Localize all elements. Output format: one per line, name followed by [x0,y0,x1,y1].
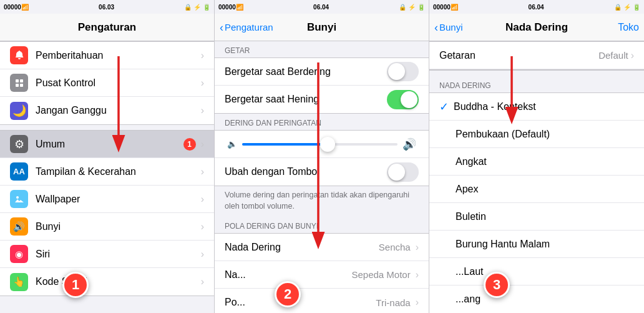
volume-thumb[interactable] [320,137,335,152]
chevron-right-icon: › [201,194,204,205]
pusat-kontrol-label: Pusat Kontrol [36,77,201,89]
chevron-right-icon: › [416,269,419,281]
chevron-right-icon: › [201,105,204,116]
tampilan-label: Tampilan & Kecerahan [36,166,201,177]
volume-track[interactable] [242,143,398,146]
settings-item-pusat-kontrol[interactable]: Pusat Kontrol › [0,69,214,97]
pola-dering-group: Nada Dering Sencha › Na... Sepeda Motor … [215,233,429,313]
nav-back-label-mid: Pengaturan [225,22,273,32]
step-1-label: 1 [72,277,79,293]
siri-label: Siri [36,249,201,260]
nada-teks-value: Sepeda Motor [351,269,410,280]
ringtone-pembukaan[interactable]: Pembukaan (Default) [429,121,644,148]
bergetar-hening-item[interactable]: Bergetar saat Hening [215,86,429,113]
volume-slider-container[interactable]: 🔈 🔊 [225,137,419,151]
kode-sandi-icon: 👆 [10,273,28,291]
ubah-tombol-toggle[interactable] [387,162,419,182]
volume-high-icon: 🔊 [402,137,416,151]
getaran-group: Getaran Default › [429,41,644,70]
pemberitahuan-icon [10,46,28,64]
ringtone-laut-label: ...Laut [456,266,634,277]
nada-teks-item[interactable]: Na... Sepeda Motor › [215,261,429,289]
settings-item-wallpaper[interactable]: Wallpaper › [0,186,214,213]
pemberitahuan-right: › [201,50,204,61]
svg-point-4 [16,196,19,199]
status-icons-right: 🔒 ⚡ 🔋 [614,4,640,11]
wallpaper-label: Wallpaper [36,194,201,205]
bunyi-panel: 00000 📶 06.04 🔒 ⚡ 🔋 ‹ Pengaturan Bunyi G… [215,0,429,313]
settings-item-tampilan[interactable]: AA Tampilan & Kecerahan › [0,158,214,186]
settings-item-umum[interactable]: ⚙ Umum 1 › [0,131,214,158]
nav-bar-left: Pengaturan [0,14,214,41]
svg-rect-1 [20,79,23,82]
ringtone-ang[interactable]: ...ang [429,286,644,313]
kode-sandi-label: Kode Sandi [36,276,201,287]
ringtone-angkat[interactable]: Angkat [429,148,644,176]
siri-icon: ◉ [10,245,28,263]
chevron-right-icon: › [416,242,419,253]
nav-action-toko[interactable]: Toko [618,22,639,33]
chevron-right-icon: › [201,77,204,89]
settings-item-pemberitahuan[interactable]: Pemberitahuan › [0,42,214,69]
settings-item-siri[interactable]: ◉ Siri › [0,241,214,268]
ringtone-buddha[interactable]: ✓ Buddha - Kontekst [429,93,644,121]
nav-back-right[interactable]: ‹ Bunyi [434,22,463,33]
step-circle-3: 3 [484,272,510,298]
chevron-right-icon: › [201,50,204,61]
bunyi-icon: 🔊 [10,217,28,236]
back-chevron-icon: ‹ [220,22,223,33]
svg-rect-0 [16,79,19,82]
chevron-right-icon: › [201,166,204,177]
bergetar-berdering-label: Bergetar saat Berdering [225,66,387,77]
settings-item-kode-sandi[interactable]: 👆 Kode Sandi › [0,268,214,296]
ubah-tombol-item[interactable]: Ubah dengan Tombol [215,158,429,186]
nada-dering-value: Sencha [379,242,411,252]
status-bar-mid: 00000 📶 06.04 🔒 ⚡ 🔋 [215,0,429,14]
pola-baru-label: Po... [225,297,376,308]
getaran-item[interactable]: Getaran Default › [429,42,644,69]
settings-item-bunyi[interactable]: 🔊 Bunyi › [0,213,214,241]
ringtone-burung-hantu[interactable]: Burung Hantu Malam [429,231,644,258]
ringtone-buletin-label: Buletin [456,211,634,222]
ringtone-burung-hantu-label: Burung Hantu Malam [456,239,634,250]
status-icons-left: 🔒 ⚡ 🔋 [184,4,210,11]
pola-baru-item[interactable]: Po... Tri-nada › [215,289,429,313]
bergetar-hening-label: Bergetar saat Hening [225,94,387,105]
ubah-tombol-label: Ubah dengan Tombol [225,166,387,177]
status-bar-left: 00000 📶 06.03 🔒 ⚡ 🔋 [0,0,214,14]
section-nada-dering: NADA DERING [429,70,644,92]
section-getar: GETAR [215,41,429,57]
nav-back-mid[interactable]: ‹ Pengaturan [220,22,273,33]
ringtone-laut[interactable]: ...Laut [429,258,644,286]
getaran-value: Default [598,50,628,61]
settings-item-jangan-ganggu[interactable]: 🌙 Jangan Ganggu › [0,97,214,124]
chevron-right-icon: › [201,276,204,287]
ringtone-buletin[interactable]: Buletin [429,203,644,231]
bergetar-berdering-toggle[interactable] [387,62,419,81]
getar-group: Bergetar saat Berdering Bergetar saat He… [215,57,429,114]
section-dering: DERING DAN PERINGATAN [215,114,429,130]
nada-dering-item[interactable]: Nada Dering Sencha › [215,234,429,261]
bunyi-list: GETAR Bergetar saat Berdering Bergetar s… [215,41,429,313]
dering-group: 🔈 🔊 Ubah dengan Tombol [215,130,429,186]
status-carrier-right: 00000 [433,4,451,11]
bergetar-berdering-item[interactable]: Bergetar saat Berdering [215,58,429,86]
settings-list: Pemberitahuan › Pusat Kontrol › 🌙 Ja [0,41,214,313]
jangan-ganggu-label: Jangan Ganggu [36,105,201,116]
umum-icon: ⚙ [10,135,28,153]
pemberitahuan-label: Pemberitahuan [36,50,201,61]
pola-baru-value: Tri-nada [376,297,410,308]
status-bar-right: 00000 📶 06.04 🔒 ⚡ 🔋 [429,0,644,14]
nav-title-right: Nada Dering [505,21,568,34]
nada-dering-list: Getaran Default › NADA DERING ✓ Buddha -… [429,41,644,313]
chevron-right-icon: › [631,50,634,61]
nav-bar-right: ‹ Bunyi Nada Dering Toko [429,14,644,41]
nav-back-label-right: Bunyi [439,22,463,32]
bergetar-hening-toggle[interactable] [387,90,419,109]
nada-teks-label: Na... [225,269,351,281]
status-signal-right: 📶 [451,4,458,11]
status-time-mid: 06.04 [243,4,399,11]
status-signal-mid: 📶 [236,4,243,11]
ringtone-apex[interactable]: Apex [429,176,644,203]
ringtone-pembukaan-label: Pembukaan (Default) [456,129,634,140]
